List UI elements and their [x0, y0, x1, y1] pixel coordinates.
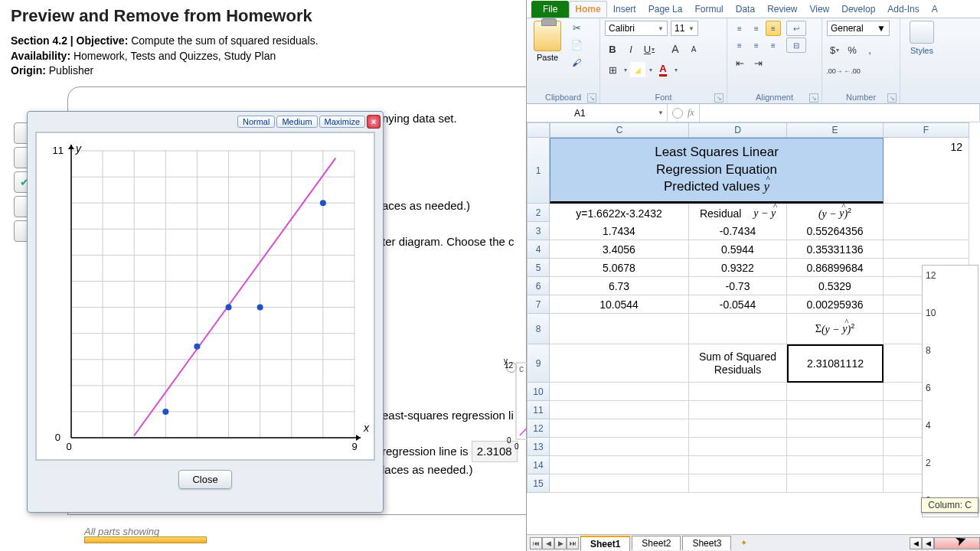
decrease-indent-icon[interactable]: ⇤: [732, 55, 747, 70]
underline-button[interactable]: U▾: [642, 41, 657, 57]
cell-d3[interactable]: -0.7434: [689, 222, 787, 240]
increase-decimal-icon[interactable]: .00→: [827, 64, 842, 79]
copy-icon[interactable]: [568, 38, 585, 52]
cell-e5[interactable]: 0.86899684: [787, 259, 884, 277]
cell-f4[interactable]: [884, 240, 969, 259]
font-color-icon[interactable]: [655, 62, 671, 77]
increase-font-icon[interactable]: A: [668, 41, 683, 57]
row-header-10[interactable]: 10: [527, 383, 550, 401]
cell-f2[interactable]: [884, 204, 969, 223]
tab-view[interactable]: View: [803, 1, 835, 18]
align-top-right-icon[interactable]: ≡: [766, 21, 781, 36]
number-format-combo[interactable]: General▼: [827, 21, 890, 36]
popup-normal-button[interactable]: Normal: [237, 116, 275, 128]
sheet-nav-prev-icon[interactable]: ◀: [542, 537, 554, 549]
tab-page-layout[interactable]: Page La: [642, 1, 689, 18]
clipboard-launcher-icon[interactable]: ↘: [587, 93, 596, 103]
decrease-decimal-icon[interactable]: ←.00: [844, 64, 860, 79]
align-top-center-icon[interactable]: ≡: [749, 21, 764, 36]
sheet-nav-first-icon[interactable]: ⏮: [530, 537, 542, 549]
popup-maximize-button[interactable]: Maximize: [319, 116, 365, 128]
paste-icon[interactable]: [534, 21, 561, 51]
new-sheet-icon[interactable]: ✦: [734, 537, 753, 549]
cell-c7[interactable]: 10.0544: [550, 295, 689, 314]
font-launcher-icon[interactable]: ↘: [714, 93, 724, 103]
name-box[interactable]: A1▼: [527, 104, 668, 122]
alignment-launcher-icon[interactable]: ↘: [809, 93, 818, 103]
cut-icon[interactable]: [568, 21, 585, 34]
italic-button[interactable]: I: [623, 41, 639, 57]
comma-icon[interactable]: ,: [862, 42, 877, 57]
sheet-tab-1[interactable]: Sheet1: [580, 536, 630, 551]
hscroll-left-icon[interactable]: ◀: [910, 537, 922, 549]
cell-d6[interactable]: -0.73: [689, 277, 787, 295]
sheet-tab-2[interactable]: Sheet2: [632, 536, 681, 550]
cell-c5[interactable]: 5.0678: [550, 259, 689, 277]
sheet-nav-last-icon[interactable]: ⏭: [567, 537, 579, 549]
cell-equation[interactable]: y=1.6622x-3.2432: [550, 204, 689, 223]
popup-medium-button[interactable]: Medium: [276, 116, 317, 128]
cell-e3[interactable]: 0.55264356: [787, 222, 884, 240]
currency-icon[interactable]: $▾: [827, 42, 842, 57]
row-header-6[interactable]: 6: [527, 277, 550, 295]
row-header-3[interactable]: 3: [527, 222, 550, 240]
borders-icon[interactable]: [605, 62, 620, 77]
popup-close-icon[interactable]: ×: [367, 115, 381, 129]
col-header-e[interactable]: E: [787, 122, 884, 138]
tab-home[interactable]: Home: [569, 1, 606, 18]
cell-residual-header[interactable]: Residual y − y: [689, 204, 787, 223]
cell-e6[interactable]: 0.5329: [787, 277, 884, 295]
fill-color-icon[interactable]: [630, 62, 645, 77]
row-header-5[interactable]: 5: [527, 259, 550, 277]
row-header-4[interactable]: 4: [527, 240, 550, 259]
col-header-c[interactable]: C: [550, 122, 689, 138]
row-header-15[interactable]: 15: [527, 474, 550, 493]
sum-value[interactable]: 2.31081112: [787, 344, 884, 383]
merge-center-icon[interactable]: ⊟: [786, 37, 806, 53]
hscroll-thumb[interactable]: [934, 537, 980, 549]
tab-file[interactable]: File: [531, 1, 569, 18]
tab-addins[interactable]: Add-Ins: [881, 1, 925, 18]
row-header-9[interactable]: 9: [527, 344, 550, 383]
styles-button[interactable]: Styles: [905, 21, 939, 55]
row-header-13[interactable]: 13: [527, 438, 550, 456]
align-top-left-icon[interactable]: ≡: [732, 21, 747, 36]
align-left-icon[interactable]: ≡: [732, 37, 747, 53]
col-header-f[interactable]: F: [884, 122, 969, 138]
header-merged-cell[interactable]: Least Squares LinearRegression Equation …: [550, 138, 884, 204]
fx-cancel-icon[interactable]: [672, 108, 683, 119]
cell-d4[interactable]: 0.5944: [689, 240, 787, 259]
fx-icon[interactable]: fx: [688, 107, 694, 119]
font-name-combo[interactable]: Calibri▼: [605, 21, 668, 36]
row-header-8[interactable]: 8: [527, 314, 550, 344]
tab-review[interactable]: Review: [761, 1, 803, 18]
format-painter-icon[interactable]: [568, 56, 585, 70]
tab-developer[interactable]: Develop: [835, 1, 881, 18]
row-header-11[interactable]: 11: [527, 401, 550, 419]
sheet-nav-next-icon[interactable]: ▶: [554, 537, 567, 549]
decrease-font-icon[interactable]: A: [686, 41, 701, 57]
align-center-icon[interactable]: ≡: [749, 37, 764, 53]
sheet-tab-3[interactable]: Sheet3: [682, 536, 731, 550]
cell-sq-header[interactable]: (y − y)2: [787, 204, 884, 223]
bold-button[interactable]: B: [605, 41, 620, 57]
select-all-corner[interactable]: [527, 122, 550, 138]
number-launcher-icon[interactable]: ↘: [887, 93, 897, 103]
tab-extra[interactable]: A: [926, 1, 944, 18]
sum-label[interactable]: Sum of SquaredResiduals: [689, 344, 787, 383]
cell-f3[interactable]: [884, 222, 969, 240]
popup-close-button[interactable]: Close: [178, 470, 232, 489]
row-header-2[interactable]: 2: [527, 204, 550, 222]
cell-d5[interactable]: 0.9322: [689, 259, 787, 277]
cell-c4[interactable]: 3.4056: [550, 240, 689, 259]
cell-e4[interactable]: 0.35331136: [787, 240, 884, 259]
cell-c3[interactable]: 1.7434: [550, 222, 689, 240]
wrap-text-icon[interactable]: ↩: [786, 21, 806, 36]
cell-sigma[interactable]: (y − y)2: [787, 314, 884, 344]
col-header-d[interactable]: D: [689, 122, 787, 138]
tab-formulas[interactable]: Formul: [688, 1, 729, 18]
tab-data[interactable]: Data: [730, 1, 761, 18]
row-header-14[interactable]: 14: [527, 456, 550, 474]
row-header-12[interactable]: 12: [527, 419, 550, 438]
paste-button[interactable]: Paste: [537, 53, 558, 62]
